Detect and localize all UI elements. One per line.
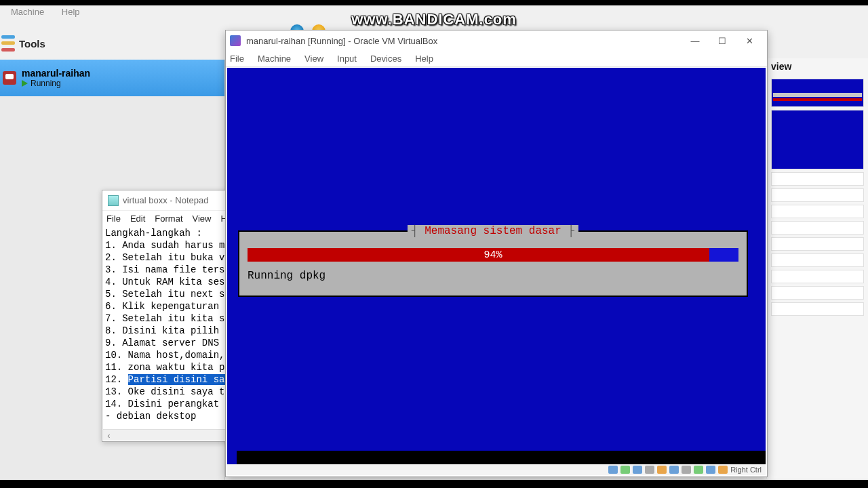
hdd-icon[interactable] bbox=[608, 466, 618, 474]
progress-bar: 94% bbox=[248, 248, 738, 262]
vm-status: Running bbox=[22, 79, 90, 88]
preview-row bbox=[771, 205, 864, 218]
running-icon bbox=[22, 80, 28, 87]
vm-os-icon bbox=[3, 71, 16, 85]
vm-menu-input[interactable]: Input bbox=[337, 54, 357, 64]
preview-thumbnail[interactable] bbox=[771, 110, 864, 169]
notepad-icon bbox=[108, 195, 119, 206]
tools-icon bbox=[1, 34, 15, 53]
notepad-title-text: virtual boxx - Notepad bbox=[123, 195, 208, 205]
optical-icon[interactable] bbox=[620, 466, 630, 474]
menu-help[interactable]: Help bbox=[62, 7, 80, 17]
vm-menu-view[interactable]: View bbox=[304, 54, 323, 64]
audio-icon[interactable] bbox=[694, 466, 703, 474]
vm-menu-help[interactable]: Help bbox=[415, 54, 433, 64]
vm-guest-screen[interactable]: Memasang sistem dasar 94% Running dpkg bbox=[227, 68, 766, 464]
recording-icon[interactable] bbox=[682, 466, 691, 474]
preview-row bbox=[771, 253, 864, 267]
installer-title: Memasang sistem dasar bbox=[408, 225, 578, 237]
notepad-view[interactable]: View bbox=[193, 214, 212, 224]
close-button[interactable]: ✕ bbox=[736, 33, 763, 49]
tools-label: Tools bbox=[19, 38, 45, 49]
progress-text: 94% bbox=[248, 248, 738, 262]
usb-icon[interactable] bbox=[645, 466, 654, 474]
vm-list-item[interactable]: manarul-raihan Running bbox=[0, 60, 224, 96]
preview-row bbox=[771, 302, 864, 316]
vm-titlebar[interactable]: manarul-raihan [Running] - Oracle VM Vir… bbox=[226, 30, 767, 51]
virtualbox-manager-desktop: www.BANDICAM.com Machine Help Tools mana… bbox=[0, 5, 868, 480]
notepad-file[interactable]: File bbox=[106, 214, 121, 224]
display-icon[interactable] bbox=[669, 466, 679, 474]
virtualbox-icon bbox=[230, 35, 241, 46]
vm-window-title: manarul-raihan [Running] - Oracle VM Vir… bbox=[246, 36, 437, 46]
notepad-edit[interactable]: Edit bbox=[130, 214, 145, 224]
notepad-selection: Partisi disini say bbox=[128, 374, 231, 385]
preview-panel: view bbox=[766, 58, 868, 479]
preview-row bbox=[771, 172, 864, 186]
scroll-left-icon[interactable]: ‹ bbox=[103, 430, 115, 441]
vm-menubar: File Machine View Input Devices Help bbox=[226, 51, 767, 67]
installer-status: Running dpkg bbox=[248, 268, 738, 286]
menu-machine[interactable]: Machine bbox=[11, 7, 44, 17]
terminal-shadow bbox=[237, 451, 766, 464]
shared-folder-icon[interactable] bbox=[657, 466, 667, 474]
preview-row bbox=[771, 188, 864, 202]
notepad-format[interactable]: Format bbox=[155, 214, 182, 224]
host-key-label: Right Ctrl bbox=[730, 466, 762, 474]
drag-icon[interactable] bbox=[718, 466, 728, 474]
preview-row bbox=[771, 270, 864, 283]
preview-thumbnail[interactable] bbox=[771, 79, 864, 107]
tools-entry[interactable]: Tools bbox=[0, 30, 225, 57]
network-icon[interactable] bbox=[633, 466, 642, 474]
maximize-button[interactable]: ☐ bbox=[709, 33, 736, 49]
manager-menubar: Machine Help bbox=[11, 7, 95, 17]
clipboard-icon[interactable] bbox=[706, 466, 715, 474]
bandicam-watermark: www.BANDICAM.com bbox=[351, 11, 517, 28]
vm-menu-devices[interactable]: Devices bbox=[370, 54, 401, 64]
installer-dialog: Memasang sistem dasar 94% Running dpkg bbox=[238, 230, 748, 297]
preview-header: view bbox=[767, 58, 868, 76]
vm-menu-file[interactable]: File bbox=[230, 54, 244, 64]
minimize-button[interactable]: — bbox=[682, 33, 709, 49]
preview-row bbox=[771, 221, 864, 235]
vm-name: manarul-raihan bbox=[22, 68, 90, 79]
preview-row bbox=[771, 237, 864, 251]
vm-statusbar: Right Ctrl bbox=[227, 464, 766, 475]
vm-running-window[interactable]: manarul-raihan [Running] - Oracle VM Vir… bbox=[225, 30, 768, 477]
preview-row bbox=[771, 286, 864, 300]
vm-menu-machine[interactable]: Machine bbox=[258, 54, 291, 64]
